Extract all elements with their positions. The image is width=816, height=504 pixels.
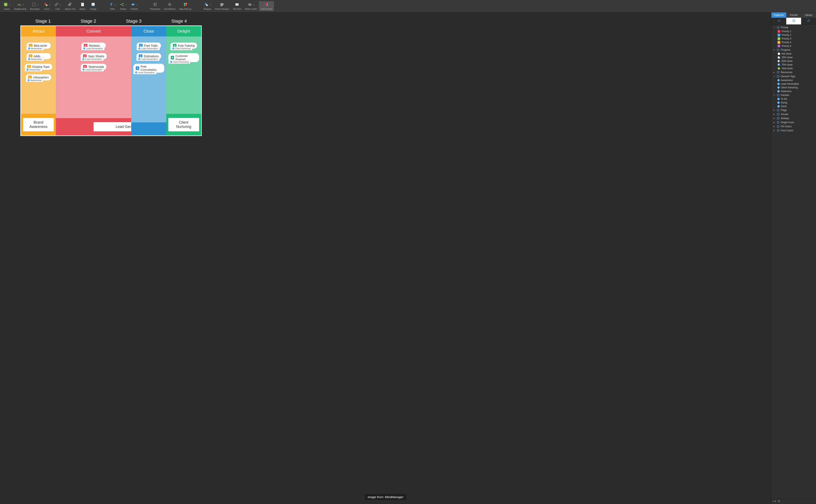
tag-icon bbox=[777, 82, 780, 85]
tree-group-priority[interactable]: ▼Priority bbox=[771, 25, 816, 30]
tree-item[interactable]: 4Priority 4 bbox=[771, 41, 816, 44]
tree-group-fill-colors[interactable]: ▶Fill Colors bbox=[771, 124, 816, 128]
tree-item[interactable]: Done bbox=[771, 104, 816, 108]
toolbar-properties[interactable]: Properties bbox=[148, 1, 162, 11]
topic-tag[interactable]: Awareness bbox=[25, 68, 42, 71]
topic-tag[interactable]: Awareness bbox=[26, 78, 43, 82]
tree-item[interactable]: Doing bbox=[771, 101, 816, 104]
tag-icon bbox=[138, 47, 141, 50]
topic-tag[interactable]: Client Nurturing bbox=[170, 47, 192, 50]
tree-group-smileys[interactable]: ▶Smileys bbox=[771, 116, 816, 120]
topic-tag[interactable]: Lead Generation bbox=[136, 47, 160, 50]
tree-item[interactable]: 50% done bbox=[771, 59, 816, 63]
tree-item[interactable]: 2Priority 2 bbox=[771, 33, 816, 37]
disclosure-icon: ▶ bbox=[773, 125, 775, 127]
disclosure-icon: ▼ bbox=[773, 26, 775, 29]
subtab-history[interactable] bbox=[786, 18, 801, 24]
toolbar-smartrules[interactable]: SmartRules bbox=[162, 1, 177, 11]
disclosure-icon: ▶ bbox=[773, 71, 775, 73]
column-header[interactable]: Close bbox=[131, 26, 166, 36]
toolbar-smart-shapes[interactable]: Smart Shapes bbox=[214, 1, 231, 11]
toolbar-relationship[interactable]: ▼Relationship bbox=[12, 1, 28, 11]
svg-point-44 bbox=[777, 125, 779, 127]
clip-icon bbox=[68, 2, 72, 7]
tag-icon bbox=[777, 105, 780, 108]
panel-tab-format[interactable]: Format bbox=[786, 12, 801, 18]
toolbar-notes[interactable]: Notes bbox=[77, 1, 88, 11]
disclosure-icon: ▶ bbox=[773, 113, 775, 115]
panel-add-button[interactable]: + ▾ bbox=[773, 500, 776, 503]
panes-icon bbox=[264, 2, 269, 7]
tree-item[interactable]: Client Nurturing bbox=[771, 86, 816, 89]
tree-group-progress[interactable]: ▼Progress bbox=[771, 48, 816, 52]
toolbar-insert[interactable]: ▼Insert bbox=[2, 1, 12, 11]
toolbar-task-panes[interactable]: Task Panes bbox=[259, 1, 274, 11]
tree-group-general-tags[interactable]: ▼General Tags bbox=[771, 74, 816, 78]
toolbar-boundary[interactable]: ▼Boundary bbox=[28, 1, 41, 11]
tag-icon bbox=[28, 58, 31, 60]
tree-item[interactable]: 5Priority 5 bbox=[771, 44, 816, 48]
column-header[interactable]: Convert bbox=[56, 26, 131, 36]
tree-item[interactable]: To Do bbox=[771, 97, 816, 101]
column-header[interactable]: Delight bbox=[166, 26, 201, 36]
topic-tag[interactable]: Lead Generation bbox=[81, 47, 104, 50]
toolbar-icons[interactable]: 1▼Icons bbox=[42, 1, 52, 11]
tree-item[interactable]: Not done bbox=[771, 52, 816, 56]
panel-tab-inspector[interactable]: Inspector bbox=[771, 12, 786, 18]
topic-tag[interactable]: Lead Generation bbox=[133, 71, 156, 74]
toolbar-publish[interactable]: ▼Publish bbox=[129, 1, 139, 11]
stage-label: Stage 1 bbox=[20, 19, 66, 24]
tree-item[interactable]: 25% done bbox=[771, 56, 816, 59]
topic-tag[interactable]: Lead Generation bbox=[136, 57, 159, 61]
topic-tag[interactable]: Awareness bbox=[26, 47, 44, 50]
panel-tab-library[interactable]: Library bbox=[801, 12, 816, 18]
subtab-link[interactable] bbox=[801, 18, 816, 24]
toolbar-text-box[interactable]: AText Box bbox=[231, 1, 243, 11]
icons-icon: 1 bbox=[43, 2, 48, 7]
tag-icon bbox=[82, 58, 85, 60]
tree-group-single-icons[interactable]: ▶Single Icons bbox=[771, 120, 816, 124]
panel-settings-button[interactable]: ✲ bbox=[778, 500, 780, 503]
toolbar-attach-file[interactable]: Attach File bbox=[63, 1, 77, 11]
toolbar-link[interactable]: ▼Link bbox=[52, 1, 63, 11]
svg-point-13 bbox=[169, 4, 170, 5]
footer-label[interactable]: Brand Awareness bbox=[23, 118, 54, 131]
svg-point-45 bbox=[777, 130, 779, 132]
disclosure-icon: ▶ bbox=[773, 130, 775, 132]
toolbar-shapes[interactable]: ▼Shapes bbox=[202, 1, 213, 11]
tree-item[interactable]: 1Priority 1 bbox=[771, 30, 816, 33]
disclosure-icon: ▼ bbox=[773, 94, 775, 96]
subtab-list[interactable] bbox=[771, 18, 786, 24]
toolbar-map-roll-up[interactable]: Map Roll-up bbox=[178, 1, 193, 11]
tree-group-kanban[interactable]: ▼Kanban bbox=[771, 93, 816, 97]
tree-item[interactable]: 75% done bbox=[771, 63, 816, 67]
priority-icon: 1 bbox=[778, 30, 780, 33]
tree-group-arrows[interactable]: ▶Arrows bbox=[771, 112, 816, 116]
topic-tag[interactable]: Lead Generation bbox=[80, 57, 104, 61]
column-body: 1Blog postsAwareness1AddsAwareness1Float… bbox=[21, 36, 56, 114]
toolbar-filter[interactable]: ▼Filter bbox=[107, 1, 117, 11]
footer-label[interactable]: Client Nurturing bbox=[168, 118, 199, 131]
tree-item[interactable]: Lead Generation bbox=[771, 82, 816, 86]
toolbar-image[interactable]: Image bbox=[88, 1, 98, 11]
tree-item[interactable]: 3Priority 3 bbox=[771, 37, 816, 41]
progress-icon bbox=[778, 63, 780, 66]
tag-icon bbox=[777, 101, 780, 104]
column-header[interactable]: Attract bbox=[21, 26, 56, 36]
topic-tag[interactable]: Client Nurturing bbox=[168, 60, 190, 64]
toolbar-share[interactable]: ▼Share bbox=[118, 1, 128, 11]
tree-item[interactable]: Task done bbox=[771, 67, 816, 70]
group-icon bbox=[777, 117, 780, 120]
tree-group-resources[interactable]: ▶Resources bbox=[771, 70, 816, 74]
tree-item[interactable]: Awarness bbox=[771, 89, 816, 93]
tree-group-font-colors[interactable]: ▶Font Colors bbox=[771, 128, 816, 133]
tree-item[interactable]: Awareness bbox=[771, 78, 816, 82]
topic-tag[interactable]: Awareness bbox=[26, 57, 44, 61]
svg-rect-11 bbox=[154, 3, 156, 6]
toolbar-match-width[interactable]: ▼Match width bbox=[243, 1, 259, 11]
tree-group-flags[interactable]: ▶Flags bbox=[771, 108, 816, 112]
tag-icon bbox=[172, 47, 175, 50]
topic-tag[interactable]: Lead Generation bbox=[81, 68, 104, 71]
svg-rect-15 bbox=[185, 3, 187, 4]
chevron-down-icon: ▼ bbox=[136, 4, 138, 6]
